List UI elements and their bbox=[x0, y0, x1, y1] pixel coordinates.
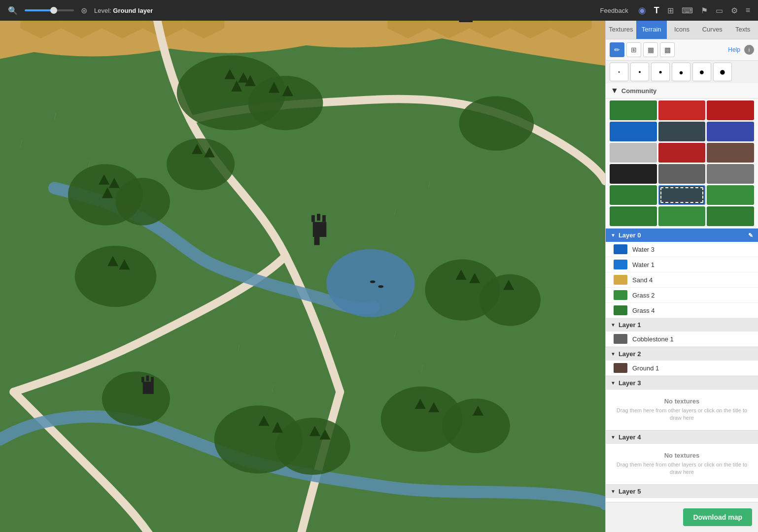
layer1-header[interactable]: ▼ Layer 1 bbox=[606, 318, 758, 332]
layer1-chevron: ▼ bbox=[611, 322, 616, 328]
discord-icon[interactable]: ◉ bbox=[636, 3, 648, 18]
layer-item-cobblestone1[interactable]: Cobblestone 1 bbox=[606, 332, 758, 347]
svg-point-60 bbox=[75, 246, 157, 307]
layer4-no-textures: No textures Drag them here from other la… bbox=[606, 444, 758, 484]
brush-size-4[interactable]: ● bbox=[672, 63, 690, 81]
brush-checker-button[interactable]: ▩ bbox=[660, 42, 675, 57]
texture-swatch-3[interactable] bbox=[707, 100, 754, 120]
sand4-swatch bbox=[614, 275, 627, 285]
layer-item-grass4[interactable]: Grass 4 bbox=[606, 303, 758, 318]
tabs: Textures Terrain Icons Curves Texts bbox=[606, 21, 758, 39]
texture-swatch-12[interactable] bbox=[707, 164, 754, 184]
svg-rect-97 bbox=[311, 215, 315, 222]
layers-icon[interactable]: ⊛ bbox=[79, 4, 89, 17]
texture-swatch-1[interactable] bbox=[610, 100, 657, 120]
cobblestone1-name: Cobblestone 1 bbox=[632, 335, 674, 343]
texture-swatch-15[interactable] bbox=[707, 185, 754, 205]
svg-point-59 bbox=[167, 138, 235, 190]
texture-swatch-18[interactable] bbox=[707, 206, 754, 226]
tab-textures[interactable]: Textures bbox=[606, 21, 636, 39]
texture-swatch-11[interactable] bbox=[658, 164, 706, 184]
feedback-button[interactable]: Feedback bbox=[596, 5, 632, 16]
layer3-no-textures-desc: Drag them here from other layers or clic… bbox=[612, 407, 752, 422]
info-button[interactable]: i bbox=[744, 45, 754, 55]
texture-swatch-6[interactable] bbox=[707, 122, 754, 141]
svg-rect-100 bbox=[314, 237, 319, 245]
brush-grid-button[interactable]: ⊞ bbox=[626, 42, 641, 57]
brush-size-row: ● ● ● ● ● ● bbox=[606, 61, 758, 83]
grass4-swatch bbox=[614, 305, 627, 315]
water1-swatch bbox=[614, 260, 627, 269]
layer-item-sand4[interactable]: Sand 4 bbox=[606, 272, 758, 288]
layer3-label: Layer 3 bbox=[619, 379, 641, 387]
community-header[interactable]: ▼ Community bbox=[606, 83, 758, 99]
settings-icon[interactable]: ⚙ bbox=[729, 4, 740, 17]
texture-swatch-16[interactable] bbox=[610, 206, 657, 226]
bars-icon[interactable]: ≡ bbox=[744, 4, 752, 17]
svg-rect-104 bbox=[151, 377, 154, 382]
layer0-chevron: ▼ bbox=[611, 233, 616, 238]
tab-curves[interactable]: Curves bbox=[697, 21, 727, 39]
texture-swatch-7[interactable] bbox=[610, 143, 657, 163]
layer1-label: Layer 1 bbox=[619, 321, 641, 329]
svg-point-68 bbox=[442, 399, 510, 453]
monitor-icon[interactable]: ▭ bbox=[714, 4, 725, 17]
layer-item-ground1[interactable]: Ground 1 bbox=[606, 361, 758, 376]
brush-size-6[interactable]: ● bbox=[713, 63, 732, 81]
layer-item-water1[interactable]: Water 1 bbox=[606, 257, 758, 272]
font-icon[interactable]: T bbox=[652, 3, 661, 18]
map-area[interactable] bbox=[0, 21, 605, 532]
layer-item-grass2[interactable]: Grass 2 bbox=[606, 288, 758, 303]
search-icon[interactable]: 🔍 bbox=[6, 4, 20, 17]
texture-swatch-9[interactable] bbox=[707, 143, 754, 163]
brush-size-3[interactable]: ● bbox=[651, 63, 670, 81]
texture-swatch-2[interactable] bbox=[658, 100, 706, 120]
grass2-swatch bbox=[614, 290, 627, 300]
brush-size-2[interactable]: ● bbox=[630, 63, 649, 81]
texture-swatch-10[interactable] bbox=[610, 164, 657, 184]
layer3-no-textures: No textures Drag them here from other la… bbox=[606, 390, 758, 430]
tab-terrain[interactable]: Terrain bbox=[636, 21, 667, 39]
svg-point-64 bbox=[102, 371, 170, 426]
map-svg bbox=[0, 21, 605, 532]
texture-swatch-8[interactable] bbox=[658, 143, 706, 163]
brush-size-1[interactable]: ● bbox=[610, 63, 628, 81]
layer3-header[interactable]: ▼ Layer 3 bbox=[606, 376, 758, 390]
svg-point-58 bbox=[116, 178, 170, 226]
brush-grid2-button[interactable]: ▦ bbox=[643, 42, 658, 57]
tab-texts[interactable]: Texts bbox=[727, 21, 758, 39]
download-map-button[interactable]: Download map bbox=[683, 508, 752, 526]
zoom-slider[interactable] bbox=[25, 9, 74, 11]
svg-rect-101 bbox=[143, 382, 154, 394]
layer0-edit-icon[interactable]: ✎ bbox=[748, 232, 753, 239]
water3-swatch bbox=[614, 244, 627, 254]
layer-item-water3[interactable]: Water 3 bbox=[606, 242, 758, 257]
brush-size-5[interactable]: ● bbox=[692, 63, 711, 81]
sand4-name: Sand 4 bbox=[632, 276, 653, 284]
help-link[interactable]: Help bbox=[728, 46, 740, 53]
flag-icon[interactable]: ⚑ bbox=[699, 4, 710, 17]
ground1-swatch bbox=[614, 363, 627, 373]
layer2-label: Layer 2 bbox=[619, 350, 641, 358]
keyboard-icon[interactable]: ⌨ bbox=[680, 4, 695, 17]
svg-rect-102 bbox=[141, 377, 144, 382]
table-icon[interactable]: ⊞ bbox=[665, 4, 676, 17]
layer1-group: ▼ Layer 1 Cobblestone 1 bbox=[606, 318, 758, 347]
topbar-right: Feedback ◉ T ⊞ ⌨ ⚑ ▭ ⚙ ≡ bbox=[596, 3, 752, 18]
texture-swatch-14[interactable] bbox=[658, 185, 706, 205]
texture-swatch-4[interactable] bbox=[610, 122, 657, 141]
tab-icons[interactable]: Icons bbox=[667, 21, 697, 39]
brush-pencil-button[interactable]: ✏ bbox=[610, 42, 624, 57]
level-label: Level: Ground layer bbox=[94, 7, 153, 14]
texture-swatch-13[interactable] bbox=[610, 185, 657, 205]
layer2-header[interactable]: ▼ Layer 2 bbox=[606, 347, 758, 361]
topbar-left: 🔍 ⊛ Level: Ground layer bbox=[6, 4, 591, 17]
community-chevron: ▼ bbox=[611, 86, 619, 95]
texture-swatch-17[interactable] bbox=[658, 206, 706, 226]
layer3-chevron: ▼ bbox=[611, 380, 616, 386]
layer5-header[interactable]: ▼ Layer 5 bbox=[606, 485, 758, 498]
layer0-header[interactable]: ▼ Layer 0 ✎ bbox=[606, 229, 758, 242]
download-bar: Download map bbox=[606, 502, 758, 532]
layer4-header[interactable]: ▼ Layer 4 bbox=[606, 431, 758, 444]
texture-swatch-5[interactable] bbox=[658, 122, 706, 141]
